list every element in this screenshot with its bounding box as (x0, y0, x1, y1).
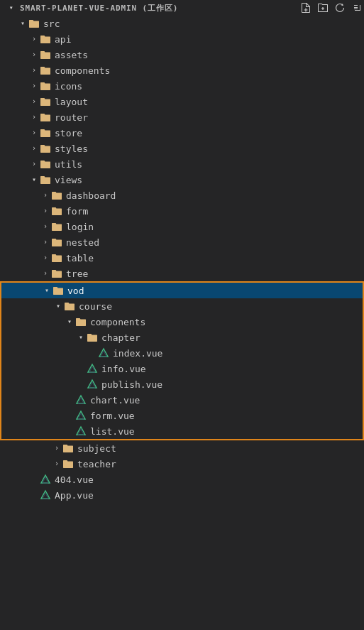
dashboard-chevron (40, 190, 51, 201)
file-404-vue[interactable]: 404.vue (0, 472, 364, 487)
folder-icons[interactable]: icons (0, 78, 364, 94)
chart-vue-label: chart.vue (90, 395, 140, 406)
router-chevron (28, 112, 40, 123)
dashboard-folder-icon (51, 190, 62, 201)
components-chevron (28, 65, 40, 76)
teacher-chevron (51, 458, 62, 469)
file-index-vue[interactable]: index.vue (1, 345, 363, 361)
icons-label: icons (55, 81, 82, 92)
teacher-folder-icon (62, 458, 74, 469)
folder-layout[interactable]: layout (0, 94, 364, 109)
folder-api[interactable]: api (0, 31, 364, 47)
file-app-vue[interactable]: App.vue (0, 487, 364, 503)
folder-subject[interactable]: subject (0, 440, 364, 456)
folder-teacher[interactable]: teacher (0, 456, 364, 472)
svg-marker-10 (77, 427, 85, 435)
course-components-label: components (90, 317, 145, 327)
header-actions (299, 1, 364, 15)
folder-components[interactable]: components (0, 63, 364, 78)
api-folder-icon (40, 33, 51, 45)
svg-marker-12 (41, 475, 50, 483)
file-form-vue[interactable]: form.vue (1, 408, 363, 423)
layout-chevron (28, 96, 40, 107)
nested-chevron (40, 237, 51, 248)
folder-styles[interactable]: styles (0, 141, 364, 156)
assets-folder-icon (40, 49, 51, 60)
folder-course-components[interactable]: components (1, 314, 363, 330)
info-vue-label: info.vue (101, 364, 146, 374)
router-label: router (55, 112, 88, 123)
index-vue-icon (98, 347, 109, 359)
views-folder-icon (40, 174, 51, 185)
index-vue-label: index.vue (113, 348, 162, 359)
file-info-vue[interactable]: info.vue (1, 361, 363, 376)
tree-label: tree (66, 268, 88, 279)
file-explorer: SMART-PLANET-VUE-ADMIN (工作区) (0, 0, 364, 630)
table-chevron (40, 252, 51, 264)
folder-dashboard[interactable]: dashboard (0, 188, 364, 203)
chapter-label: chapter (101, 332, 140, 343)
vod-folder-icon (53, 285, 64, 296)
course-components-folder-icon (75, 316, 87, 327)
publish-vue-label: publish.vue (101, 379, 162, 390)
folder-nested[interactable]: nested (0, 234, 364, 250)
views-chevron (28, 174, 40, 185)
login-folder-icon (51, 221, 62, 232)
publish-vue-icon (87, 379, 98, 390)
app-vue-label: App.vue (55, 490, 94, 501)
subject-chevron (51, 442, 62, 454)
folder-src[interactable]: src (0, 16, 364, 31)
subject-folder-icon (62, 442, 74, 454)
api-label: api (55, 34, 71, 45)
refresh-button[interactable] (333, 1, 347, 15)
file-chart-vue[interactable]: chart.vue (1, 392, 363, 408)
styles-label: styles (55, 143, 88, 154)
src-chevron (17, 18, 28, 29)
course-folder-icon (64, 300, 75, 312)
course-label: course (79, 301, 112, 312)
tree-folder-icon (51, 268, 62, 279)
folder-chapter[interactable]: chapter (1, 330, 363, 345)
svg-marker-4 (88, 380, 96, 388)
store-label: store (55, 128, 82, 139)
folder-course[interactable]: course (1, 298, 363, 314)
file-list-vue[interactable]: list.vue (1, 423, 363, 439)
form-vue-icon (75, 410, 87, 421)
list-vue-label: list.vue (90, 426, 135, 437)
new-folder-button[interactable] (316, 1, 330, 15)
nested-label: nested (66, 237, 99, 248)
svg-marker-2 (88, 364, 96, 372)
svg-marker-8 (77, 411, 85, 419)
folder-form[interactable]: form (0, 203, 364, 219)
src-folder-icon (28, 18, 40, 29)
utils-folder-icon (40, 158, 51, 170)
icons-folder-icon (40, 80, 51, 92)
new-file-button[interactable] (299, 1, 313, 15)
explorer-header[interactable]: SMART-PLANET-VUE-ADMIN (工作区) (0, 0, 364, 16)
folder-table[interactable]: table (0, 250, 364, 266)
src-label: src (43, 18, 60, 29)
login-label: login (66, 222, 94, 232)
info-vue-icon (87, 363, 98, 374)
folder-views[interactable]: views (0, 172, 364, 188)
api-chevron (28, 33, 40, 45)
folder-tree[interactable]: tree (0, 266, 364, 281)
teacher-label: teacher (77, 459, 116, 469)
layout-label: layout (55, 97, 88, 107)
chapter-chevron (75, 332, 87, 343)
components-label: components (55, 65, 110, 76)
collapse-button[interactable] (350, 1, 364, 15)
assets-chevron (28, 49, 40, 60)
list-vue-icon (75, 425, 87, 437)
dashboard-label: dashboard (66, 190, 116, 201)
file-publish-vue[interactable]: publish.vue (1, 376, 363, 392)
folder-utils[interactable]: utils (0, 156, 364, 172)
svg-marker-14 (41, 491, 50, 499)
vod-chevron (41, 285, 53, 296)
folder-router[interactable]: router (0, 109, 364, 125)
form-chevron (40, 205, 51, 217)
folder-vod[interactable]: vod (1, 283, 363, 298)
folder-assets[interactable]: assets (0, 47, 364, 63)
folder-login[interactable]: login (0, 219, 364, 234)
folder-store[interactable]: store (0, 125, 364, 141)
